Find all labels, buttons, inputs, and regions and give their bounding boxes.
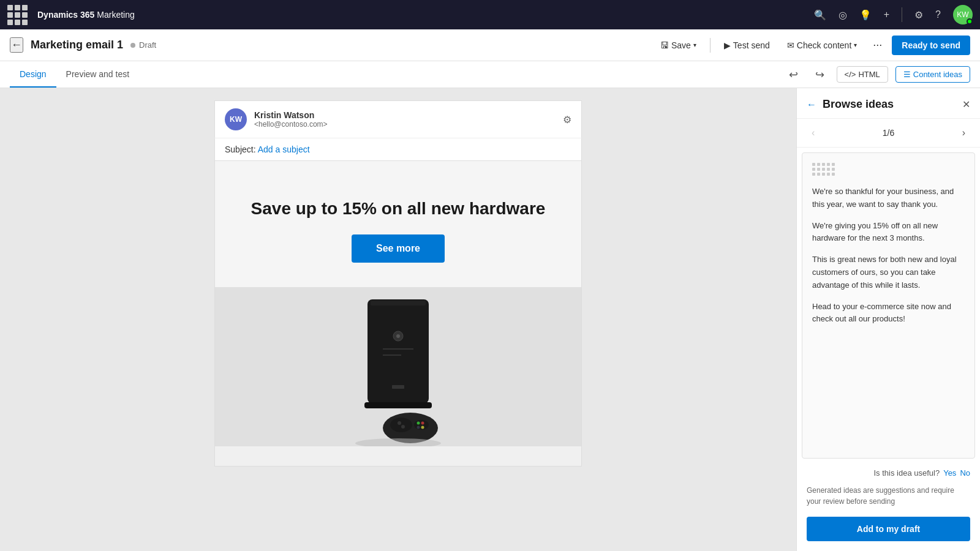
no-button[interactable]: No <box>960 468 970 478</box>
code-icon: </> <box>845 70 856 79</box>
svg-rect-4 <box>383 348 413 350</box>
ready-to-send-button[interactable]: Ready to send <box>892 36 970 55</box>
check-content-button[interactable]: ✉ Check content ▾ <box>781 37 864 54</box>
main-layout: KW Kristin Watson <hello@contoso.com> ⚙ … <box>0 88 980 551</box>
top-nav-icons: 🔍 ◎ 💡 + ⚙ ? KW <box>814 5 973 24</box>
toolbar-separator <box>710 38 710 53</box>
undo-button[interactable]: ↩ <box>784 66 803 84</box>
svg-point-9 <box>390 418 412 432</box>
test-send-button[interactable]: ▶ Test send <box>718 37 776 54</box>
mail-icon: ✉ <box>787 40 794 50</box>
sender-name: Kristin Watson <box>254 110 556 120</box>
check-chevron-icon: ▾ <box>854 42 857 48</box>
email-sender-bar: KW Kristin Watson <hello@contoso.com> ⚙ <box>214 100 582 138</box>
product-image-area <box>215 287 581 446</box>
sender-email: <hello@contoso.com> <box>254 120 556 129</box>
tabs-bar: Design Preview and test ↩ ↪ </> HTML ☰ C… <box>0 61 980 88</box>
panel-close-button[interactable]: ✕ <box>962 99 970 110</box>
avatar[interactable]: KW <box>953 5 973 24</box>
sender-avatar: KW <box>225 108 247 130</box>
add-to-draft-button[interactable]: Add to my draft <box>807 517 970 541</box>
svg-point-14 <box>421 422 424 425</box>
status-badge: Draft <box>130 40 156 50</box>
redo-button[interactable]: ↪ <box>810 66 829 84</box>
page-title: Marketing email 1 <box>31 39 123 51</box>
right-panel: ← Browse ideas ✕ ‹ 1/6 › We're so thankf… <box>796 88 980 551</box>
svg-rect-6 <box>392 385 404 389</box>
svg-point-12 <box>401 425 405 429</box>
tab-preview[interactable]: Preview and test <box>56 62 140 88</box>
subject-label: Subject: <box>225 144 256 154</box>
sender-info: Kristin Watson <hello@contoso.com> <box>254 110 556 129</box>
email-headline: Save up to 15% on all new hardware <box>251 198 546 220</box>
svg-point-16 <box>421 426 424 429</box>
toolbar: ← Marketing email 1 Draft 🖫 Save ▾ ▶ Tes… <box>0 29 980 61</box>
content-ideas-button[interactable]: ☰ Content ideas <box>895 66 970 83</box>
idea-paragraph-4: Head to your e-commerce site now and che… <box>812 301 965 326</box>
email-content-area: Save up to 15% on all new hardware See m… <box>215 161 581 287</box>
help-icon[interactable]: ? <box>935 9 941 20</box>
play-icon: ▶ <box>724 40 731 50</box>
feedback-label: Is this idea useful? <box>873 468 940 478</box>
prev-idea-button[interactable]: ‹ <box>807 125 820 141</box>
email-body: Save up to 15% on all new hardware See m… <box>214 160 582 467</box>
target-icon[interactable]: ◎ <box>839 9 847 21</box>
email-settings-icon[interactable]: ⚙ <box>563 114 571 126</box>
add-icon[interactable]: + <box>884 9 889 20</box>
status-dot <box>130 43 135 48</box>
tabs-actions: ↩ ↪ </> HTML ☰ Content ideas <box>784 66 970 84</box>
idea-paragraph-2: We're giving you 15% off on all new hard… <box>812 220 965 246</box>
svg-point-3 <box>396 334 400 338</box>
save-icon: 🖫 <box>660 40 669 50</box>
save-button[interactable]: 🖫 Save ▾ <box>654 37 703 54</box>
xbox-image <box>331 287 466 446</box>
see-more-button[interactable]: See more <box>352 234 445 263</box>
svg-point-15 <box>417 426 420 429</box>
panel-content-area: We're so thankful for your business, and… <box>802 152 975 459</box>
svg-rect-5 <box>383 354 401 356</box>
avatar-status-dot <box>967 18 973 24</box>
top-nav: Dynamics 365 Marketing 🔍 ◎ 💡 + ⚙ ? KW <box>0 0 980 29</box>
panel-back-button[interactable]: ← <box>807 99 816 110</box>
idea-icon[interactable]: 💡 <box>859 9 872 21</box>
panel-nav: ‹ 1/6 › <box>797 119 980 148</box>
tab-design[interactable]: Design <box>10 62 56 88</box>
yes-button[interactable]: Yes <box>943 468 956 478</box>
list-icon: ☰ <box>903 70 911 79</box>
idea-paragraph-1: We're so thankful for your business, and… <box>812 186 965 211</box>
panel-disclaimer: Generated ideas are suggestions and requ… <box>797 480 980 514</box>
app-grid-icon[interactable] <box>7 5 28 25</box>
idea-paragraph-3: This is great news for both new and loya… <box>812 253 965 291</box>
email-canvas: KW Kristin Watson <hello@contoso.com> ⚙ … <box>0 88 796 551</box>
panel-header: ← Browse ideas ✕ <box>797 88 980 119</box>
html-toggle-button[interactable]: </> HTML <box>837 66 888 83</box>
toolbar-actions: 🖫 Save ▾ ▶ Test send ✉ Check content ▾ ·… <box>654 36 970 55</box>
svg-point-10 <box>414 420 429 430</box>
panel-title: Browse ideas <box>823 98 956 111</box>
more-options-button[interactable]: ··· <box>868 36 887 54</box>
page-indicator: 1/6 <box>824 128 952 138</box>
next-idea-button[interactable]: › <box>957 125 970 141</box>
svg-rect-7 <box>364 402 432 408</box>
svg-point-11 <box>398 421 401 425</box>
dots-decoration <box>812 163 965 176</box>
app-brand: Dynamics 365 Marketing <box>37 10 135 20</box>
search-icon[interactable]: 🔍 <box>814 9 826 21</box>
subject-add-link[interactable]: Add a subject <box>258 144 310 154</box>
svg-rect-1 <box>371 301 426 305</box>
save-chevron-icon: ▾ <box>693 42 696 48</box>
back-button[interactable]: ← <box>10 37 23 53</box>
panel-feedback: Is this idea useful? Yes No <box>797 463 980 480</box>
settings-icon[interactable]: ⚙ <box>914 9 923 21</box>
email-subject-bar: Subject: Add a subject <box>214 138 582 160</box>
svg-point-13 <box>417 422 420 425</box>
